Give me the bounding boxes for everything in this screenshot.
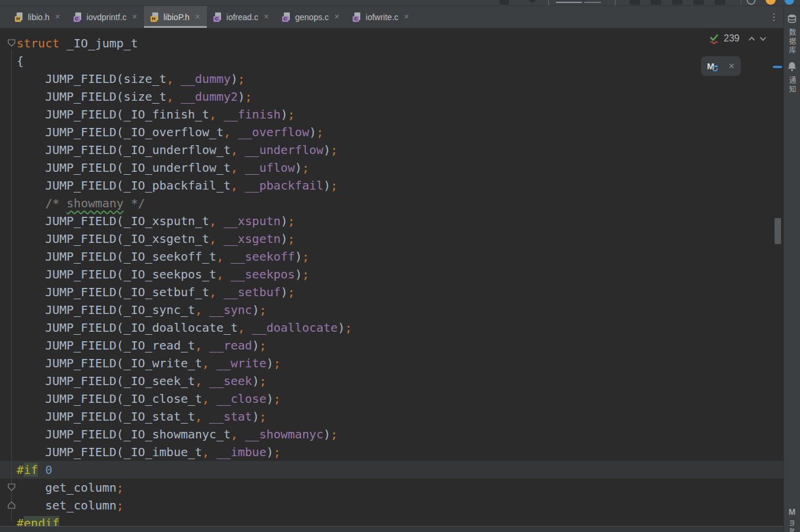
- code-token: __underflow: [238, 143, 324, 157]
- code-token: JUMP_FIELD(_IO_xsgetn_t: [17, 232, 209, 246]
- code-token: ,: [238, 321, 245, 335]
- file-type-icon: H: [151, 12, 159, 22]
- editor-tab-iovdprintf.c[interactable]: Ciovdprintf.c✕: [67, 6, 144, 28]
- run-configuration-combo[interactable]: [548, 0, 616, 6]
- tab-options-kebab-icon[interactable]: ⋮: [769, 12, 779, 22]
- code-line: JUMP_FIELD(_IO_showmanyc_t, __showmanyc)…: [17, 425, 338, 443]
- fold-marker-down-icon[interactable]: [7, 39, 16, 47]
- file-type-icon: C: [213, 12, 222, 22]
- inspections-widget[interactable]: 239: [709, 33, 767, 44]
- code-token: */: [124, 196, 145, 210]
- app-badge-icon[interactable]: [785, 0, 794, 5]
- make-tool-icon: M: [789, 507, 796, 517]
- code-line: JUMP_FIELD(_IO_doallocate_t, __doallocat…: [17, 319, 352, 336]
- code-line: JUMP_FIELD(_IO_underflow_t, __uflow);: [17, 159, 309, 177]
- code-token: __close: [209, 392, 266, 406]
- code-token: __read: [202, 338, 252, 352]
- code-line: JUMP_FIELD(size_t, __dummy2);: [17, 88, 252, 105]
- code-token: __xsputn: [216, 214, 280, 228]
- code-token: ): [252, 303, 259, 317]
- code-token: ,: [209, 232, 216, 246]
- code-token: ): [309, 125, 316, 139]
- stripe-label: 通知: [787, 76, 797, 94]
- code-token: __write: [209, 356, 266, 370]
- code-line: struct _IO_jump_t: [17, 34, 138, 52]
- editor-tab-iofread.c[interactable]: Ciofread.c✕: [207, 6, 276, 28]
- stripe-button-database-icon[interactable]: 数据库: [787, 14, 797, 61]
- code-token: ): [238, 89, 245, 104]
- code-token: ;: [274, 392, 281, 406]
- code-token: __stat: [202, 409, 252, 424]
- editor-tab-libio.h[interactable]: Hlibio.h✕: [8, 6, 67, 28]
- database-icon: [787, 14, 797, 24]
- code-token: __pbackfail: [238, 178, 324, 193]
- tab-close-icon[interactable]: ✕: [195, 13, 200, 21]
- stop-icon[interactable]: [715, 0, 725, 5]
- code-token: __showmanyc: [238, 427, 324, 441]
- code-line: JUMP_FIELD(_IO_imbue_t, __imbue);: [17, 443, 281, 461]
- stripe-button-bell-icon[interactable]: 通知: [787, 61, 797, 100]
- tab-list: Hlibio.h✕Ciovdprintf.c✕HlibioP.h✕Ciofrea…: [8, 6, 416, 28]
- chevron-down-icon[interactable]: [528, 0, 537, 4]
- code-token: ;: [288, 232, 295, 246]
- fold-marker-up-icon[interactable]: [7, 501, 16, 509]
- vertical-scrollbar[interactable]: [775, 218, 781, 244]
- code-token: JUMP_FIELD(_IO_overflow_t: [17, 125, 223, 139]
- avatar[interactable]: [766, 0, 776, 5]
- stripe-button-make[interactable]: Mmak: [788, 507, 796, 532]
- code-line: JUMP_FIELD(_IO_finish_t, __finish);: [17, 105, 295, 123]
- code-line: JUMP_FIELD(_IO_seekoff_t, __seekoff);: [17, 248, 309, 265]
- code-token: __seekoff: [223, 249, 295, 264]
- code-editor[interactable]: struct _IO_jump_t{ JUMP_FIELD(size_t, __…: [0, 28, 783, 532]
- fold-marker-down-icon[interactable]: [7, 483, 16, 492]
- editor-tab-iofwrite.c[interactable]: Ciofwrite.c✕: [346, 6, 415, 28]
- code-token: ;: [117, 480, 124, 495]
- code-token: ): [281, 107, 288, 121]
- next-problem-chevron-down-icon[interactable]: [759, 36, 767, 41]
- code-token: ;: [302, 267, 309, 281]
- code-token: JUMP_FIELD(_IO_stat_t: [17, 409, 195, 424]
- code-token: ;: [274, 356, 281, 370]
- tab-close-icon[interactable]: ✕: [334, 13, 340, 21]
- editor-tab-genops.c[interactable]: Cgenops.c✕: [276, 6, 346, 28]
- debug-icon[interactable]: [651, 0, 661, 5]
- stripe-label: mak: [788, 520, 796, 532]
- code-token: ,: [167, 72, 174, 86]
- run-icon[interactable]: [629, 0, 640, 5]
- code-line: set_column;: [17, 496, 124, 514]
- scrollbar-analysis-marker: [773, 66, 782, 68]
- tab-close-icon[interactable]: ✕: [264, 13, 269, 21]
- code-token: ;: [302, 249, 309, 264]
- coverage-icon[interactable]: [693, 0, 704, 5]
- code-token: __overflow: [231, 125, 309, 139]
- code-line: JUMP_FIELD(_IO_write_t, __write);: [17, 354, 281, 372]
- code-token: ,: [167, 89, 174, 104]
- code-line: JUMP_FIELD(_IO_underflow_t, __underflow)…: [17, 141, 338, 159]
- file-type-icon: C: [282, 12, 291, 22]
- code-token: ): [266, 392, 273, 406]
- code-line: JUMP_FIELD(_IO_seekpos_t, __seekpos);: [17, 265, 309, 283]
- sync-icon: [711, 65, 719, 72]
- code-token: ): [252, 409, 259, 424]
- close-icon[interactable]: ✕: [728, 62, 735, 70]
- tab-close-icon[interactable]: ✕: [404, 13, 409, 21]
- floating-sync-widget[interactable]: M ✕: [701, 56, 741, 76]
- code-token: ;: [331, 178, 338, 193]
- file-badge-H: H: [151, 16, 157, 22]
- code-line: JUMP_FIELD(_IO_overflow_t, __overflow);: [17, 123, 324, 141]
- editor-tab-libioP.h[interactable]: HlibioP.h✕: [144, 6, 207, 28]
- window-menu-icon[interactable]: [500, 0, 509, 5]
- status-bar-edge: [0, 526, 783, 532]
- tab-label: iofwrite.c: [366, 12, 398, 22]
- code-line: get_column;: [17, 479, 124, 496]
- code-token: set_column: [17, 498, 117, 512]
- search-icon[interactable]: [747, 0, 756, 5]
- previous-problem-chevron-up-icon[interactable]: [748, 36, 756, 41]
- code-token: ): [252, 374, 259, 388]
- tab-close-icon[interactable]: ✕: [132, 13, 137, 21]
- code-token: ): [266, 445, 273, 459]
- tab-close-icon[interactable]: ✕: [55, 13, 60, 21]
- code-token: /*: [17, 196, 66, 210]
- tab-label: libioP.h: [164, 12, 190, 22]
- profile-icon[interactable]: [672, 0, 683, 5]
